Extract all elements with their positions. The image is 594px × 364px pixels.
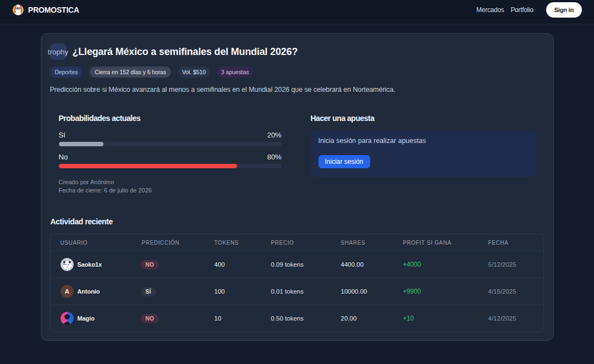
svg-text:A: A <box>64 289 69 295</box>
